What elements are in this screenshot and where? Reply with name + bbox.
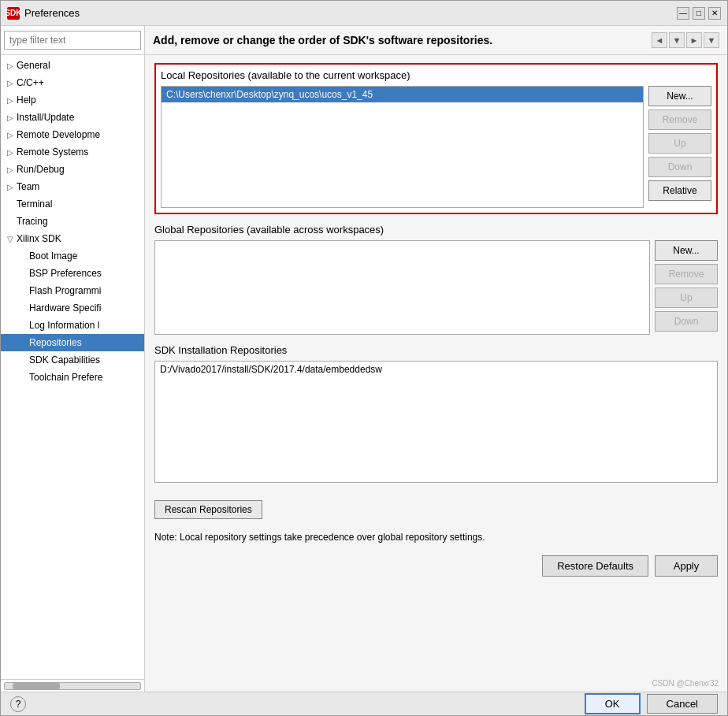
list-item[interactable]: C:\Users\chenxr\Desktop\zynq_ucos\ucos_v… [162,87,643,102]
list-item: D:/Vivado2017/install/SDK/2017.4/data/em… [155,362,717,377]
local-repos-inner: C:\Users\chenxr\Desktop\zynq_ucos\ucos_v… [161,86,711,208]
watermark: CSDN @Chenxr32 [652,679,719,688]
local-repos-section: Local Repositories (available to the cur… [154,63,718,214]
help-button[interactable]: ? [10,696,26,712]
local-repos-label: Local Repositories (available to the cur… [161,69,711,81]
global-new-button[interactable]: New... [655,240,718,261]
scrollbar-thumb [13,683,60,689]
sidebar-item-sdk-capabilities[interactable]: ▷ SDK Capabilities [1,351,144,369]
note-text: Note: Local repository settings take pre… [154,532,718,543]
sidebar-item-team[interactable]: ▷ Team [1,178,144,195]
local-repos-list[interactable]: C:\Users\chenxr\Desktop\zynq_ucos\ucos_v… [161,86,644,208]
local-repos-buttons: New... Remove Up Down Relative [648,86,711,208]
arrow-icon: ▽ [7,235,17,243]
sidebar-search-area [1,26,144,55]
global-down-button[interactable]: Down [655,311,718,332]
global-repos-section: Global Repositories (available across wo… [154,224,718,335]
sidebar-item-flash[interactable]: ▷ Flash Programmi [1,282,144,299]
rescan-repositories-button[interactable]: Rescan Repositories [154,500,262,519]
sidebar-item-log[interactable]: ▷ Log Information l [1,317,144,334]
sidebar-scrollbar[interactable] [1,679,144,692]
sidebar-item-run-debug[interactable]: ▷ Run/Debug [1,161,144,178]
sidebar-item-repositories[interactable]: ▷ Repositories [1,334,144,351]
sdk-install-label: SDK Installation Repositories [154,344,718,356]
apply-button[interactable]: Apply [655,555,718,577]
main-header: Add, remove or change the order of SDK's… [145,26,727,55]
ok-button[interactable]: OK [585,693,641,714]
app-icon: SDK [7,7,20,20]
cancel-button[interactable]: Cancel [647,694,718,714]
main-header-title: Add, remove or change the order of SDK's… [153,34,492,46]
back-dropdown-button[interactable]: ▼ [669,32,685,48]
sidebar-item-general[interactable]: ▷ General [1,57,144,74]
sidebar-item-remote-sys[interactable]: ▷ Remote Systems [1,143,144,161]
sidebar-item-tracing[interactable]: ▷ Tracing [1,213,144,230]
sidebar-item-help[interactable]: ▷ Help [1,91,144,109]
arrow-icon: ▷ [7,183,17,191]
sidebar: ▷ General ▷ C/C++ ▷ Help ▷ Install/Updat… [1,26,145,692]
arrow-icon: ▷ [7,96,17,105]
preferences-window: SDK Preferences — □ ✕ ▷ General ▷ [0,0,728,716]
maximize-button[interactable]: □ [693,7,705,20]
forward-dropdown-button[interactable]: ▼ [704,32,719,48]
titlebar-controls: — □ ✕ [677,7,721,20]
forward-button[interactable]: ► [686,32,702,48]
footer: ? OK Cancel [1,692,727,715]
arrow-icon: ▷ [7,79,17,87]
global-up-button[interactable]: Up [655,288,718,308]
footer-right: OK Cancel [585,693,718,714]
main-content: Local Repositories (available to the cur… [145,55,727,692]
arrow-icon: ▷ [7,148,17,157]
horizontal-scrollbar[interactable] [4,682,141,690]
global-repos-inner: New... Remove Up Down [154,240,718,335]
sidebar-item-toolchain[interactable]: ▷ Toolchain Prefere [1,369,144,386]
sdk-install-list[interactable]: D:/Vivado2017/install/SDK/2017.4/data/em… [154,361,718,483]
main-panel: Add, remove or change the order of SDK's… [145,26,727,692]
sidebar-item-remote-dev[interactable]: ▷ Remote Developme [1,126,144,143]
local-down-button[interactable]: Down [648,157,711,177]
global-repos-buttons: New... Remove Up Down [655,240,718,335]
restore-defaults-button[interactable]: Restore Defaults [542,555,648,577]
sidebar-item-install[interactable]: ▷ Install/Update [1,109,144,126]
sidebar-item-terminal[interactable]: ▷ Terminal [1,195,144,213]
content-area: ▷ General ▷ C/C++ ▷ Help ▷ Install/Updat… [1,26,727,692]
back-button[interactable]: ◄ [652,32,667,48]
sidebar-item-bsp[interactable]: ▷ BSP Preferences [1,265,144,282]
local-new-button[interactable]: New... [648,86,711,106]
arrow-icon: ▷ [7,131,17,139]
window-title: Preferences [24,7,677,19]
action-buttons: Restore Defaults Apply [154,555,718,577]
sidebar-tree: ▷ General ▷ C/C++ ▷ Help ▷ Install/Updat… [1,55,144,679]
sidebar-item-xilinx-sdk[interactable]: ▽ Xilinx SDK [1,230,144,247]
arrow-icon: ▷ [7,61,17,70]
local-up-button[interactable]: Up [648,133,711,154]
titlebar: SDK Preferences — □ ✕ [1,1,727,26]
arrow-icon: ▷ [7,113,17,122]
sidebar-item-cpp[interactable]: ▷ C/C++ [1,74,144,91]
sidebar-item-boot-image[interactable]: ▷ Boot Image [1,247,144,265]
global-repos-label: Global Repositories (available across wo… [154,224,718,236]
global-remove-button[interactable]: Remove [655,264,718,284]
local-remove-button[interactable]: Remove [648,109,711,130]
close-button[interactable]: ✕ [708,7,721,20]
navigation-controls: ◄ ▼ ► ▼ [652,32,719,48]
sdk-install-section: SDK Installation Repositories D:/Vivado2… [154,344,718,483]
minimize-button[interactable]: — [677,7,689,20]
sidebar-item-hardware[interactable]: ▷ Hardware Specifi [1,299,144,317]
global-repos-list[interactable] [154,240,650,335]
search-input[interactable] [4,31,141,50]
local-relative-button[interactable]: Relative [648,180,711,201]
arrow-icon: ▷ [7,165,17,174]
